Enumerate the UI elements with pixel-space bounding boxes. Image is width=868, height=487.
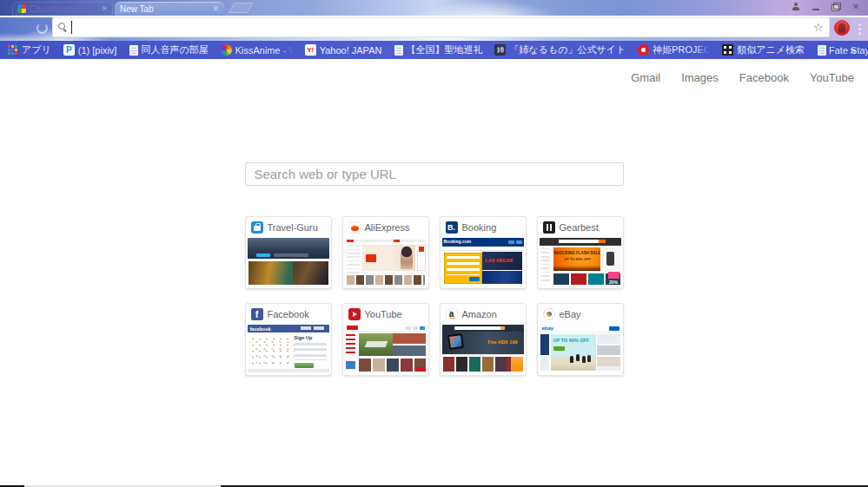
- new-tab-button[interactable]: [229, 3, 254, 13]
- bookmarks-bar: アプリ (1) [pixiv] 同人音声の部屋 KissAnime - Watc…: [0, 41, 868, 59]
- reload-icon[interactable]: [36, 23, 48, 34]
- window-controls: ✕: [791, 1, 861, 13]
- tab-close-icon[interactable]: ✕: [101, 5, 108, 13]
- tab-chuunibyou[interactable]: Chuunibyou demo Koi g ✕: [12, 2, 113, 16]
- search-input[interactable]: [245, 162, 624, 186]
- bookmark-ane-naru-mono[interactable]: 「姉なるもの」公式サイト: [494, 43, 626, 56]
- bookmark-seichi-junrei[interactable]: 【全国】聖地巡礼: [394, 43, 482, 56]
- tab-title: New Tab: [120, 4, 209, 14]
- shortcut-tile-youtube[interactable]: YouTube: [342, 303, 429, 376]
- bookmark-fate-staynight[interactable]: Fate StayNight & Ze: [817, 45, 868, 56]
- aliexpress-thumbnail: [345, 238, 427, 286]
- close-window-button[interactable]: ✕: [851, 2, 861, 12]
- new-tab-page: Gmail Images Facebook YouTube Travel-Gur…: [0, 59, 868, 485]
- pixiv-icon: [63, 44, 75, 56]
- shortcut-tile-ebay[interactable]: eBay ebay UP TO 60% OFF: [537, 303, 624, 376]
- booking-favicon-icon: [446, 221, 458, 234]
- bookmark-ruiji-anime[interactable]: 類似アニメ検索: [722, 43, 805, 56]
- omnibox[interactable]: ☆: [52, 17, 830, 37]
- apps-grid-icon: [7, 44, 18, 56]
- travel-guru-favicon-icon: [251, 221, 263, 234]
- amazon-thumbnail: Fire HDX 199: [442, 325, 524, 372]
- facebook-thumbnail: facebook Sign Up: [248, 325, 329, 372]
- booking-thumbnail: Booking.com LAS VEGAS: [442, 238, 524, 286]
- link-youtube[interactable]: YouTube: [810, 71, 854, 84]
- travel-guru-thumbnail: [248, 238, 329, 286]
- bookmarks-overflow-icon[interactable]: »: [850, 44, 856, 56]
- page-icon: [394, 45, 403, 56]
- bookmark-apps[interactable]: アプリ: [7, 43, 51, 56]
- tab-strip: Chuunibyou demo Koi g ✕ New Tab ✕ ✕: [0, 0, 868, 16]
- restore-button[interactable]: [831, 2, 841, 12]
- shortcut-tile-amazon[interactable]: Amazon Fire HDX 199: [440, 303, 527, 376]
- profile-avatar[interactable]: [834, 20, 850, 36]
- bookmark-doujin-onsei[interactable]: 同人音声の部屋: [129, 43, 208, 56]
- profile-person-icon[interactable]: [791, 2, 801, 12]
- ane-site-icon: [494, 44, 506, 56]
- shortcut-tile-booking[interactable]: Booking Booking.com LAS VEGAS: [440, 216, 527, 289]
- toolbar: ☆: [0, 17, 868, 41]
- bookmark-pixiv[interactable]: (1) [pixiv]: [63, 44, 117, 56]
- bookmark-star-icon[interactable]: ☆: [813, 20, 824, 35]
- shortcut-tile-aliexpress[interactable]: AliExpress: [342, 216, 429, 289]
- facebook-favicon-icon: [251, 308, 263, 320]
- page-icon: [818, 45, 826, 56]
- ebay-thumbnail: ebay UP TO 60% OFF: [540, 325, 621, 372]
- youtube-favicon-icon: [348, 308, 361, 320]
- bookmark-yahoo-japan[interactable]: Yahoo! JAPAN: [305, 44, 382, 56]
- quick-links: Gmail Images Facebook YouTube: [631, 71, 854, 84]
- youtube-thumbnail: [345, 325, 427, 372]
- shortcut-tile-facebook[interactable]: Facebook facebook Sign Up: [245, 303, 332, 376]
- yahoo-icon: [305, 44, 316, 56]
- aliexpress-favicon-icon: [348, 221, 361, 234]
- bookmark-kissanime[interactable]: KissAnime - Watch a: [221, 44, 293, 56]
- tab-new-tab[interactable]: New Tab ✕: [115, 2, 224, 16]
- menu-icon[interactable]: [858, 23, 861, 26]
- link-gmail[interactable]: Gmail: [631, 71, 660, 84]
- link-facebook[interactable]: Facebook: [739, 71, 789, 84]
- qr-icon: [722, 44, 733, 56]
- text-caret: [71, 21, 72, 34]
- tab-title: Chuunibyou demo Koi g: [30, 4, 97, 14]
- tab-close-icon[interactable]: ✕: [212, 5, 219, 13]
- bookmark-shinki-project[interactable]: 神姫PROJECT R - DM: [638, 43, 710, 56]
- search-icon: [58, 23, 65, 30]
- amazon-favicon-icon: [446, 308, 458, 320]
- kissanime-icon: [221, 44, 232, 56]
- shortcut-tiles: Travel-Guru AliExpress: [245, 216, 624, 376]
- gearbest-favicon-icon: [543, 221, 555, 234]
- shortcut-tile-travel-guru[interactable]: Travel-Guru: [245, 216, 332, 289]
- link-images[interactable]: Images: [681, 71, 719, 84]
- shortcut-tile-gearbest[interactable]: Gearbest SHOCKING FLASH SALE UP TO 80% O…: [537, 216, 624, 289]
- page-icon: [129, 45, 138, 56]
- ebay-favicon-icon: [543, 308, 555, 320]
- tab-favicon-icon: [17, 4, 26, 13]
- minimize-button[interactable]: [811, 2, 821, 12]
- red-badge-icon: [638, 44, 649, 56]
- gearbest-thumbnail: SHOCKING FLASH SALE UP TO 80% OFF 20%: [540, 238, 621, 286]
- browser-window: Chuunibyou demo Koi g ✕ New Tab ✕ ✕ ☆ アプ…: [0, 0, 868, 487]
